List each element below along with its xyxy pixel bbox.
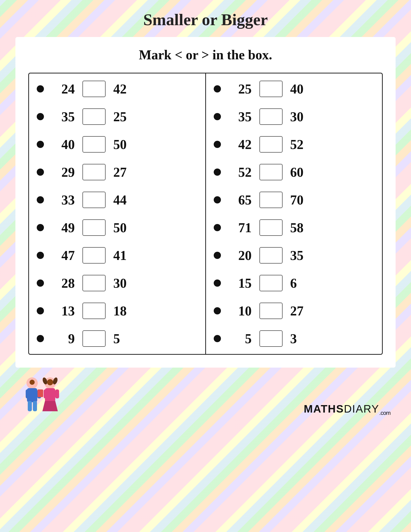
answer-box[interactable] [82,136,106,153]
bullet-dot [37,252,44,259]
number-left: 5 [226,331,252,346]
number-left: 52 [226,165,252,180]
number-right: 6 [290,276,311,291]
bullet-dot [214,252,221,259]
answer-box[interactable] [82,303,106,319]
number-right: 25 [113,109,134,124]
number-left: 25 [226,81,252,97]
answer-box[interactable] [82,330,106,347]
number-right: 50 [113,220,134,235]
left-column: 24423525405029273344495047412830131895 [29,73,206,354]
table-row: 4741 [37,245,198,266]
number-right: 18 [113,303,134,319]
answer-box[interactable] [259,330,283,347]
brand-maths: MATHS [304,403,344,415]
number-left: 33 [49,192,75,208]
number-left: 15 [226,276,252,291]
number-right: 42 [113,81,134,97]
table-row: 3344 [37,190,198,210]
number-right: 60 [290,165,311,180]
table-row: 2540 [214,79,375,99]
table-row: 3525 [37,106,198,127]
table-row: 2442 [37,79,198,99]
number-right: 52 [290,137,311,152]
number-left: 24 [49,81,75,97]
answer-box[interactable] [259,247,283,264]
number-right: 41 [113,248,134,263]
bullet-dot [37,335,44,342]
bullet-dot [37,224,44,231]
bullet-dot [37,169,44,176]
bullet-dot [37,196,44,203]
answer-box[interactable] [82,192,106,208]
answer-box[interactable] [259,108,283,125]
number-left: 42 [226,137,252,152]
number-left: 40 [49,137,75,152]
number-right: 3 [290,331,311,346]
svg-rect-11 [55,389,59,398]
number-left: 65 [226,192,252,208]
number-left: 35 [49,109,75,124]
instruction-card: Mark < or > in the box. 2442352540502927… [15,37,396,368]
svg-rect-7 [38,389,43,397]
number-left: 47 [49,248,75,263]
svg-point-14 [47,379,53,385]
table-row: 156 [214,273,375,293]
number-left: 13 [49,303,75,319]
number-right: 70 [290,192,311,208]
brand-logo: MATHSDIARY.com [304,403,391,416]
answer-box[interactable] [82,81,106,97]
bullet-dot [37,279,44,287]
table-row: 4050 [37,134,198,155]
page-title: Smaller or Bigger [15,10,396,29]
number-left: 9 [49,331,75,346]
bullet-dot [214,169,221,176]
table-row: 2035 [214,245,375,266]
bullet-dot [214,196,221,203]
right-column: 2540353042525260657071582035156102753 [206,73,382,354]
table-row: 53 [214,328,375,349]
number-left: 35 [226,109,252,124]
table-row: 4950 [37,217,198,238]
answer-box[interactable] [259,275,283,291]
number-left: 10 [226,303,252,319]
number-right: 30 [290,109,311,124]
answer-box[interactable] [82,247,106,264]
number-right: 44 [113,192,134,208]
number-right: 50 [113,137,134,152]
number-left: 20 [226,248,252,263]
answer-box[interactable] [259,136,283,153]
answer-box[interactable] [82,275,106,291]
svg-rect-2 [26,389,30,398]
answer-box[interactable] [82,108,106,125]
number-right: 30 [113,276,134,291]
answer-box[interactable] [259,192,283,208]
bullet-dot [214,224,221,231]
number-left: 71 [226,220,252,235]
number-left: 49 [49,220,75,235]
answer-box[interactable] [82,164,106,180]
bullet-dot [37,307,44,314]
answer-box[interactable] [259,219,283,236]
answer-box[interactable] [259,303,283,319]
bullet-dot [37,141,44,148]
table-row: 1318 [37,301,198,321]
brand-diary: DIARY [344,403,379,415]
table-row: 1027 [214,301,375,321]
number-right: 27 [113,165,134,180]
svg-point-6 [30,380,35,385]
brand-com: .com [379,410,390,416]
number-left: 29 [49,165,75,180]
number-left: 28 [49,276,75,291]
table-row: 7158 [214,217,375,238]
kids-illustration [21,375,62,416]
table-row: 95 [37,328,198,349]
number-right: 58 [290,220,311,235]
answer-box[interactable] [82,219,106,236]
answer-box[interactable] [259,164,283,180]
bullet-dot [214,85,221,92]
table-row: 6570 [214,190,375,210]
svg-rect-10 [44,389,48,398]
answer-box[interactable] [259,81,283,97]
bullet-dot [214,141,221,148]
